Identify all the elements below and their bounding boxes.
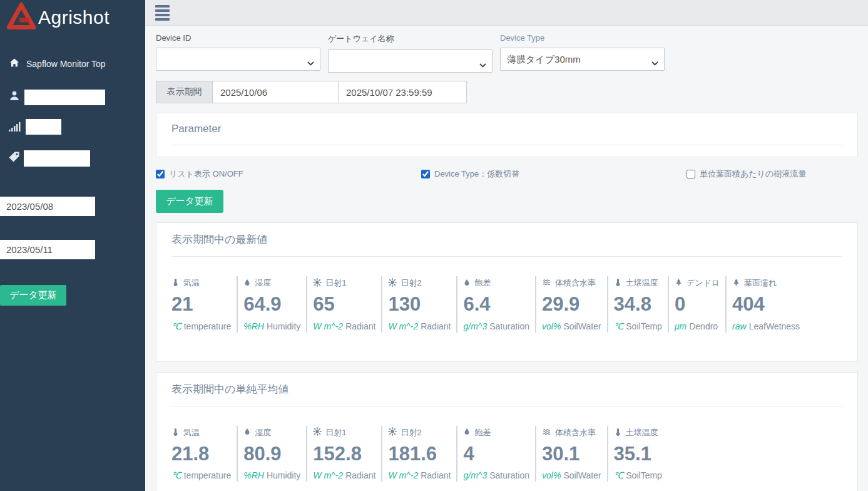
menu-toggle-icon[interactable] xyxy=(155,5,170,21)
metric-value: 29.9 xyxy=(542,293,601,316)
device-type-label: Device Type xyxy=(500,33,665,43)
panel-title: 表示期間中の最新値 xyxy=(171,232,842,247)
metric-unit: ℃ xyxy=(614,321,624,331)
sun-icon xyxy=(313,278,322,289)
period-start-input[interactable] xyxy=(212,81,339,103)
metric-tile: 日射2181.6W m^-2Radiant xyxy=(388,426,457,482)
metric-label: 湿度 xyxy=(255,277,271,289)
device-id-field: Device ID xyxy=(156,33,320,73)
metric-unit: ℃ xyxy=(614,470,624,480)
sidebar-date-from-input[interactable] xyxy=(0,197,95,216)
metric-value: 34.8 xyxy=(614,293,662,316)
gateway-field: ゲートウェイ名称 xyxy=(328,33,493,73)
droplet-icon xyxy=(463,278,471,289)
sidebar: Agrishot Sapflow Monitor Top xyxy=(0,0,145,491)
data-update-button[interactable]: データ更新 xyxy=(156,190,223,213)
metric-value: 80.9 xyxy=(243,443,300,465)
content-area: Device ID ゲートウェイ名称 Device Ty xyxy=(145,26,868,491)
sidebar-user-row xyxy=(8,89,105,105)
panel-title: Parameter xyxy=(171,123,842,135)
droplet-icon xyxy=(243,278,251,289)
metric-label: 体積含水率 xyxy=(555,427,596,438)
gateway-label: ゲートウェイ名称 xyxy=(328,33,493,44)
sidebar-item-sapflow-monitor-top[interactable]: Sapflow Monitor Top xyxy=(9,58,106,70)
metric-tile: 体積含水率29.9vol%SoilWater xyxy=(542,276,608,333)
metric-unit: W m^-2 xyxy=(313,470,343,480)
metric-unit: μm xyxy=(675,321,687,331)
sun-icon xyxy=(388,278,397,289)
device-type-select[interactable]: 薄膜タイプ30mm xyxy=(500,48,665,71)
agrishot-logo[interactable]: Agrishot xyxy=(7,3,110,33)
droplet-icon xyxy=(463,427,471,438)
metric-tile: 日射165W m^-2Radiant xyxy=(313,276,382,333)
checkbox-input[interactable] xyxy=(687,170,695,178)
metric-tile: 日射2130W m^-2Radiant xyxy=(388,276,457,333)
metric-tile: 飽差6.4g/m^3Saturation xyxy=(463,276,536,333)
signal-bars-icon xyxy=(8,118,23,135)
average-values-panel: 表示期間中の単純平均値 気温21.8℃temperature湿度80.9%RHH… xyxy=(156,372,858,491)
metric-unit: W m^-2 xyxy=(388,321,418,331)
gateway-select[interactable] xyxy=(328,49,493,73)
metric-tile: 土壌温度35.1℃SoilTemp xyxy=(614,426,668,482)
checkbox-input[interactable] xyxy=(421,170,430,178)
metric-unit-name: Radiant xyxy=(421,321,451,331)
sidebar-tag-row xyxy=(8,150,90,167)
tree-icon xyxy=(732,278,740,289)
filter-row: Device ID ゲートウェイ名称 Device Ty xyxy=(156,33,858,73)
option-checkbox-0[interactable]: リスト表示 ON/OFF xyxy=(156,168,421,180)
metric-label: 土壌温度 xyxy=(626,277,658,289)
metric-tile: 日射1152.8W m^-2Radiant xyxy=(313,426,382,482)
parameter-panel: Parameter xyxy=(156,113,858,157)
metric-unit-name: Dendro xyxy=(689,321,718,331)
tag-icon xyxy=(8,151,20,166)
main-area: Device ID ゲートウェイ名称 Device Ty xyxy=(145,0,868,491)
metric-label: 日射2 xyxy=(401,427,421,438)
user-value-redacted-box xyxy=(24,90,105,105)
metric-value: 21 xyxy=(171,293,231,316)
metric-label: 日射1 xyxy=(325,427,346,438)
metric-value: 181.6 xyxy=(388,443,451,465)
sidebar-data-update-button[interactable]: データ更新 xyxy=(0,285,66,306)
metric-unit-name: SoilTemp xyxy=(626,321,662,331)
option-checkbox-1[interactable]: Device Type：係数切替 xyxy=(421,168,687,180)
device-id-select[interactable] xyxy=(156,48,320,71)
metric-unit: ℃ xyxy=(171,470,181,480)
tag-value-redacted-box xyxy=(24,150,90,167)
checkbox-label: Device Type：係数切替 xyxy=(434,168,519,180)
sun-icon xyxy=(313,427,322,438)
thermometer-icon xyxy=(614,277,622,289)
metric-label: 気温 xyxy=(183,277,200,289)
metric-unit-name: temperature xyxy=(184,470,231,480)
metric-tile: 湿度64.9%RHHumidity xyxy=(243,276,307,333)
checkbox-input[interactable] xyxy=(156,170,165,178)
metric-unit: g/m^3 xyxy=(463,470,487,480)
metric-unit-name: SoilTemp xyxy=(626,470,662,480)
metric-value: 0 xyxy=(675,293,720,316)
metric-unit-name: SoilWater xyxy=(563,470,601,480)
metric-unit: ℃ xyxy=(171,321,181,331)
display-period-group: 表示期間 xyxy=(156,81,858,103)
sidebar-date-to-input[interactable] xyxy=(0,240,95,259)
panel-divider xyxy=(171,145,842,145)
waves-icon xyxy=(542,278,551,288)
latest-values-panel: 表示期間中の最新値 気温21℃temperature湿度64.9%RHHumid… xyxy=(156,222,858,362)
sun-icon xyxy=(388,427,397,438)
panel-divider xyxy=(171,406,842,406)
waves-icon xyxy=(542,428,551,438)
sidebar-home-label: Sapflow Monitor Top xyxy=(26,59,106,69)
metric-unit: g/m^3 xyxy=(463,321,487,331)
metric-unit: raw xyxy=(732,321,747,331)
metric-tile: 湿度80.9%RHHumidity xyxy=(243,426,307,482)
metric-tile: 体積含水率30.1vol%SoilWater xyxy=(542,426,608,482)
metric-value: 65 xyxy=(313,293,375,316)
period-end-input[interactable] xyxy=(338,81,467,103)
metric-value: 130 xyxy=(388,293,451,316)
metric-tile: 気温21.8℃temperature xyxy=(171,426,238,482)
metric-value: 404 xyxy=(732,293,800,316)
metric-unit: %RH xyxy=(243,321,264,331)
metric-unit: vol% xyxy=(542,470,561,480)
option-checkbox-2[interactable]: 単位葉面積あたりの樹液流量 xyxy=(687,168,806,180)
metric-label: 葉面濡れ xyxy=(744,277,777,289)
metric-label: 飽差 xyxy=(474,277,491,289)
metric-unit-name: Radiant xyxy=(345,470,375,480)
